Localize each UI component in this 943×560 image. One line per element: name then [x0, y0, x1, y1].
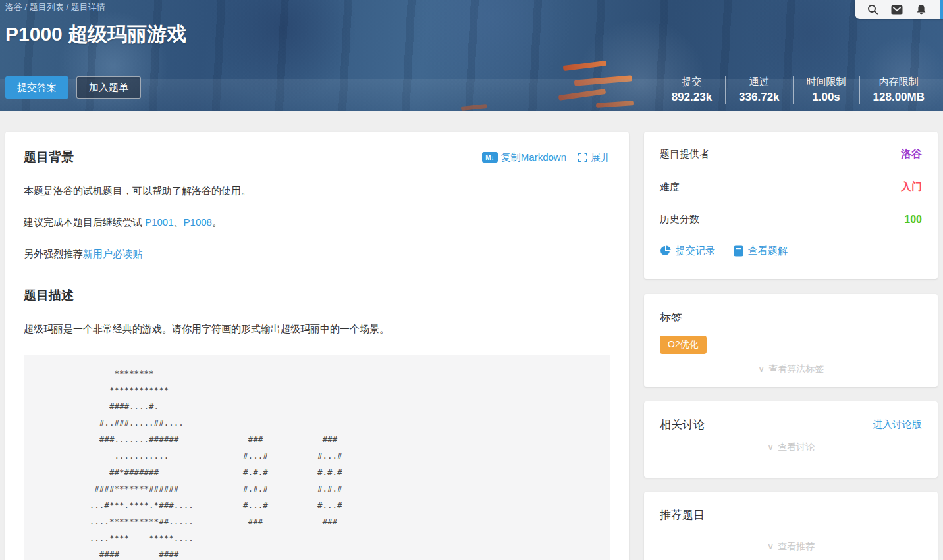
text-segment: 另外强烈推荐: [24, 248, 83, 259]
stat-value: 128.00MB: [873, 91, 925, 104]
enter-discussion-board-link[interactable]: 进入讨论版: [873, 419, 922, 431]
stat-value: 892.23k: [672, 91, 712, 104]
ascii-art-block: ******** ************ ####....#. #..###.…: [24, 355, 610, 560]
description-paragraph: 超级玛丽是一个非常经典的游戏。请你用字符画的形式输出超级玛丽中的一个场景。: [24, 322, 610, 336]
info-row-score: 历史分数 100: [660, 213, 922, 226]
tags-card: 标签 O2优化 ∨查看算法标签: [644, 294, 938, 387]
stat-label: 内存限制: [873, 76, 925, 88]
chevron-down-icon: ∨: [767, 541, 774, 551]
text-segment: 建议完成本题目后继续尝试: [24, 216, 145, 228]
expand-icon: [578, 153, 587, 162]
show-recommendations-button[interactable]: ∨查看推荐: [660, 541, 922, 553]
show-recommendations-label: 查看推荐: [778, 541, 815, 551]
view-solutions-label: 查看题解: [748, 245, 788, 257]
section-title-background: 题目背景: [24, 149, 74, 166]
boat-stroke: [461, 104, 487, 111]
problem-stats: 提交 892.23k 通过 336.72k 时间限制 1.00s 内存限制 12…: [659, 76, 938, 104]
history-score-value: 100: [904, 214, 922, 226]
book-icon: [734, 245, 743, 257]
problem-content-card: 题目背景 M↓ 复制Markdown 展开 本题是洛谷的试机题目，可以帮助了解洛…: [5, 132, 629, 560]
boat-stroke: [558, 89, 606, 101]
copy-markdown-label: 复制Markdown: [501, 151, 566, 164]
breadcrumb[interactable]: 洛谷 / 题目列表 / 题目详情: [5, 1, 105, 13]
section-title-description: 题目描述: [24, 287, 610, 304]
banner: 洛谷 / 题目列表 / 题目详情 P1000 超级玛丽游戏 提交答案 加入题单 …: [0, 0, 943, 111]
expand-button[interactable]: 展开: [578, 151, 610, 164]
background-paragraph-2: 建议完成本题目后继续尝试 P1001、P1008。: [24, 215, 610, 229]
search-icon[interactable]: [867, 4, 878, 16]
stat-label: 时间限制: [807, 76, 846, 88]
stat-label: 提交: [672, 76, 712, 88]
recommendations-card: 推荐题目 ∨查看推荐: [644, 492, 938, 560]
stat-time-limit: 时间限制 1.00s: [793, 76, 859, 104]
stat-value: 336.72k: [739, 91, 779, 104]
expand-label: 展开: [591, 151, 610, 164]
stat-accepted: 通过 336.72k: [725, 76, 792, 104]
difficulty-value[interactable]: 入门: [901, 180, 922, 194]
background-paragraph-1: 本题是洛谷的试机题目，可以帮助了解洛谷的使用。: [24, 184, 610, 197]
pie-chart-icon: [660, 245, 671, 257]
show-tags-label: 查看算法标签: [768, 363, 824, 374]
stat-submissions: 提交 892.23k: [659, 76, 725, 104]
link-p1001[interactable]: P1001: [145, 216, 173, 228]
discussions-card: 相关讨论 进入讨论版 ∨查看讨论: [644, 401, 938, 478]
stat-label: 通过: [739, 76, 779, 88]
topbar: [855, 0, 943, 19]
link-p1008[interactable]: P1008: [184, 216, 212, 228]
stat-value: 1.00s: [807, 91, 846, 104]
message-icon[interactable]: [891, 4, 903, 16]
stat-memory-limit: 内存限制 128.00MB: [859, 76, 938, 104]
recommendations-title: 推荐题目: [660, 507, 922, 522]
provider-value[interactable]: 洛谷: [901, 147, 922, 161]
view-solutions-link[interactable]: 查看题解: [734, 245, 788, 257]
text-segment: 、: [174, 216, 184, 228]
markdown-icon: M↓: [482, 152, 498, 163]
info-row-difficulty: 难度 入门: [660, 180, 922, 194]
link-new-user-post[interactable]: 新用户必读贴: [83, 248, 142, 259]
user-panel-edge[interactable]: [940, 0, 943, 19]
tag-o2[interactable]: O2优化: [660, 336, 707, 354]
boat-stroke: [563, 61, 606, 71]
bell-icon[interactable]: [915, 4, 927, 16]
info-label: 历史分数: [660, 213, 699, 226]
show-algorithm-tags-button[interactable]: ∨查看算法标签: [660, 363, 922, 375]
chevron-down-icon: ∨: [767, 442, 774, 452]
text-segment: 。: [212, 216, 222, 228]
show-discussions-button[interactable]: ∨查看讨论: [660, 442, 922, 453]
boat-stroke: [596, 101, 634, 108]
submission-records-link[interactable]: 提交记录: [660, 245, 715, 257]
add-to-problem-list-button[interactable]: 加入题单: [76, 76, 141, 99]
show-discussions-label: 查看讨论: [778, 442, 815, 452]
copy-markdown-button[interactable]: M↓ 复制Markdown: [482, 151, 566, 164]
background-paragraph-3: 另外强烈推荐新用户必读贴: [24, 247, 610, 261]
problem-info-card: 题目提供者 洛谷 难度 入门 历史分数 100 提交记录: [644, 132, 938, 279]
info-label: 题目提供者: [660, 148, 709, 161]
info-label: 难度: [660, 181, 680, 193]
info-row-provider: 题目提供者 洛谷: [660, 147, 922, 161]
chevron-down-icon: ∨: [758, 363, 765, 374]
submit-answer-button[interactable]: 提交答案: [5, 76, 68, 99]
page-title: P1000 超级玛丽游戏: [5, 21, 186, 48]
tags-title: 标签: [660, 310, 922, 325]
discussions-title: 相关讨论: [660, 417, 705, 432]
submission-records-label: 提交记录: [676, 245, 715, 257]
problem-page: 洛谷 / 题目列表 / 题目详情 P1000 超级玛丽游戏 提交答案 加入题单 …: [0, 0, 943, 560]
boat-stroke: [574, 75, 632, 86]
